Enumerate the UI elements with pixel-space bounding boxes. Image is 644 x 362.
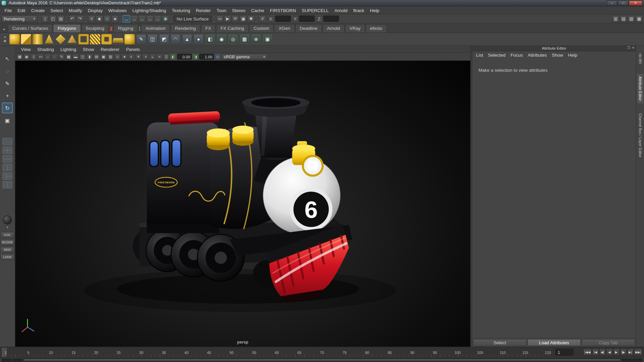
- poly-pipe-icon[interactable]: [78, 34, 89, 45]
- poly-cone-icon[interactable]: [44, 34, 54, 45]
- play-forwards-button[interactable]: ▶: [613, 349, 620, 356]
- shelf-tab[interactable]: Animation: [141, 24, 170, 32]
- shelf-tab[interactable]: Deadline: [295, 24, 322, 32]
- bookmarks-icon[interactable]: ▯: [31, 54, 37, 60]
- menu-item[interactable]: Display: [85, 8, 105, 13]
- four-pane-layout-button[interactable]: [2, 146, 12, 154]
- z-coordinate-field[interactable]: [323, 16, 339, 22]
- viewport-canvas[interactable]: FIRSTBORN: [15, 61, 470, 347]
- render-sequence-icon[interactable]: ▣: [239, 15, 247, 22]
- go-to-end-button[interactable]: ▶▶|: [634, 349, 642, 356]
- desi-button[interactable]: DESI: [0, 247, 14, 253]
- ambient-occlusion-icon[interactable]: ◒: [149, 54, 156, 60]
- color-management-icon[interactable]: ◎: [214, 54, 221, 60]
- menu-item[interactable]: Lighting/Shading: [129, 8, 169, 13]
- range-slider[interactable]: [0, 358, 644, 362]
- menu-set-dropdown[interactable]: Rendering ▾: [1, 15, 38, 22]
- poly-prism-icon[interactable]: [55, 34, 66, 45]
- menu-item[interactable]: Edit: [15, 8, 28, 13]
- range-slider-track[interactable]: [23, 358, 621, 362]
- motion-blur-icon[interactable]: ≈: [156, 54, 163, 60]
- poly-cylinder-icon[interactable]: [33, 34, 43, 45]
- toolbar-grip[interactable]: [170, 15, 172, 22]
- panel-tab-channel-box[interactable]: Channel Box / Layer Editor: [637, 111, 643, 160]
- go-to-start-button[interactable]: |◀◀: [583, 349, 592, 356]
- toggle-attribute-editor-icon[interactable]: ▥: [612, 15, 619, 22]
- camera-attributes-icon[interactable]: ◉: [23, 54, 30, 60]
- toggle-tool-settings-icon[interactable]: ▧: [620, 15, 627, 22]
- attribute-editor-menu-item[interactable]: List: [475, 53, 487, 58]
- copy-tab-button[interactable]: Copy Tab: [582, 339, 635, 346]
- menu-item[interactable]: Toon: [214, 8, 229, 13]
- menu-item[interactable]: Help: [367, 8, 382, 13]
- minimize-button[interactable]: –: [607, 0, 618, 6]
- smooth-icon[interactable]: ●: [194, 34, 204, 45]
- undo-icon[interactable]: ↶: [68, 15, 76, 22]
- separate-icon[interactable]: ◎: [228, 34, 238, 45]
- two-pane-stacked-layout-button[interactable]: [2, 155, 12, 163]
- panel-tab-nbmv[interactable]: nb.MV: [637, 51, 643, 67]
- step-forward-frame-button[interactable]: ▶|: [627, 349, 634, 356]
- menu-item[interactable]: SUPERCELL: [299, 8, 331, 13]
- attribute-editor-menu-item[interactable]: Focus: [509, 53, 526, 58]
- shelf-menu-icon[interactable]: ▾: [1, 26, 7, 33]
- close-button[interactable]: ✕: [629, 0, 642, 6]
- view-axis-gizmo[interactable]: [18, 316, 37, 335]
- shelf-tab[interactable]: Sculpting: [81, 24, 109, 32]
- shelf-edit-marker[interactable]: ][: [109, 24, 113, 32]
- shelf-tab[interactable]: Curves / Surfaces: [8, 24, 53, 32]
- shelf-tab[interactable]: efesto: [365, 24, 387, 32]
- shelf-tab[interactable]: Arnold: [322, 24, 344, 32]
- snap-to-projected-center-icon[interactable]: ◡: [146, 15, 154, 22]
- gear-icon[interactable]: ✱: [4, 40, 6, 43]
- quick-selection-field-icon[interactable]: #: [259, 15, 266, 22]
- resolution-gate-icon[interactable]: ◫: [79, 54, 86, 60]
- panel-menu-item[interactable]: Renderer: [97, 47, 123, 52]
- toggle-channel-box-icon[interactable]: ▨: [628, 15, 635, 22]
- panel-menu-item[interactable]: Lighting: [57, 47, 79, 52]
- attribute-editor-menu-item[interactable]: Attributes: [527, 53, 551, 58]
- safe-action-icon[interactable]: ▣: [100, 54, 107, 60]
- highlight-selection-mode-icon[interactable]: ◈: [111, 15, 119, 22]
- select-camera-icon[interactable]: ▦: [16, 54, 23, 60]
- panel-menu-item[interactable]: Panels: [123, 47, 143, 52]
- panel-tab-attribute-editor[interactable]: Attribute Editor: [637, 74, 643, 103]
- shelf-edit-marker[interactable]: ]: [138, 24, 141, 32]
- time-slider[interactable]: 1510152025303540455055606570758085909510…: [0, 347, 644, 358]
- poly-helix-icon[interactable]: [90, 34, 100, 45]
- select-button[interactable]: Select: [473, 339, 527, 346]
- toolbar-grip[interactable]: [85, 15, 87, 22]
- poly-sphere-icon[interactable]: [9, 34, 20, 45]
- playback-start-field[interactable]: [12, 359, 22, 362]
- maya-app-icon[interactable]: [2, 1, 6, 5]
- rotate-tool-icon[interactable]: ↻: [2, 103, 13, 113]
- y-coordinate-field[interactable]: [299, 16, 315, 22]
- shadows-icon[interactable]: ◑: [142, 54, 149, 60]
- three-pane-split-layout-button[interactable]: [2, 172, 12, 180]
- poly-pyramid-icon[interactable]: [67, 34, 77, 45]
- single-pane-layout-button[interactable]: [2, 138, 12, 145]
- shelf-tab[interactable]: FX Caching: [216, 24, 249, 32]
- select-by-object-icon[interactable]: ◆: [96, 15, 103, 22]
- toolbar-grip[interactable]: [65, 15, 68, 22]
- two-pane-side-layout-button[interactable]: [2, 164, 12, 171]
- bevel-icon[interactable]: ◩: [159, 34, 169, 45]
- outliner-persp-layout-button[interactable]: [2, 181, 12, 188]
- mirror-icon[interactable]: ◧: [205, 34, 215, 45]
- wireframe-icon[interactable]: ◇: [114, 54, 121, 60]
- quad-draw-icon[interactable]: ▦: [239, 34, 250, 45]
- oversampling-icon[interactable]: ◌: [51, 54, 58, 60]
- snap-to-curve-icon[interactable]: ◡: [130, 15, 138, 22]
- look-button[interactable]: LOOK: [0, 254, 14, 260]
- gate-mask-icon[interactable]: ▮: [86, 54, 93, 60]
- image-plane-icon[interactable]: ▭: [37, 54, 44, 60]
- ipr-render-icon[interactable]: ⟳: [232, 15, 239, 22]
- menu-item[interactable]: ftrack: [350, 8, 367, 13]
- move-tool-icon[interactable]: +: [2, 90, 13, 101]
- float-panel-icon[interactable]: ❐: [627, 46, 630, 50]
- x-coordinate-field[interactable]: [275, 16, 291, 22]
- smooth-shade-icon[interactable]: ●: [121, 54, 128, 60]
- lasso-tool-icon[interactable]: ◌: [2, 66, 13, 76]
- menu-item[interactable]: Select: [48, 8, 66, 13]
- gamma-icon[interactable]: ◨: [192, 54, 199, 60]
